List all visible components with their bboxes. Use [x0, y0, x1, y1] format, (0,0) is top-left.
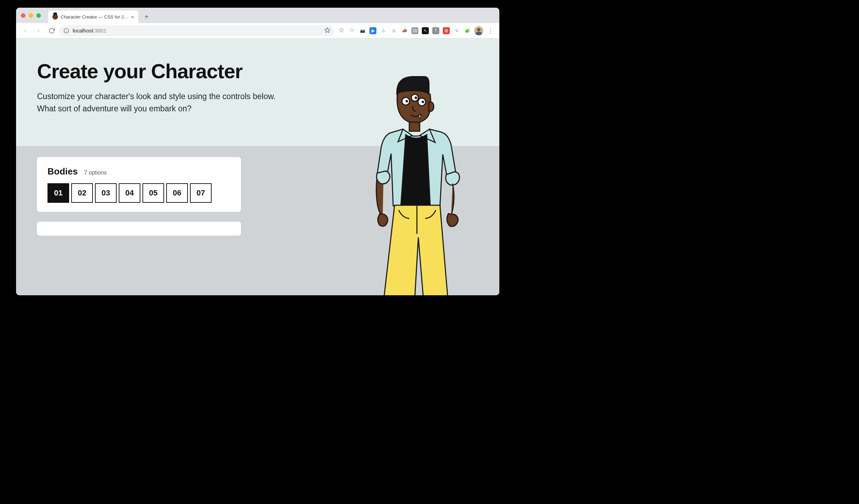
controls-section: Bodies 7 options 01020304050607: [16, 146, 499, 295]
video-icon[interactable]: ▶: [369, 27, 376, 34]
grid-icon[interactable]: ⊞: [443, 27, 450, 34]
browser-tab[interactable]: Character Creator — CSS for J… ×: [48, 10, 138, 23]
extension-icons: ⓘ🛡📷▶⚠◎📣1b↖T⊞∿🧩: [337, 27, 472, 34]
target-icon[interactable]: ◎: [390, 27, 397, 34]
bodies-card: Bodies 7 options 01020304050607: [37, 157, 241, 212]
body-option-07[interactable]: 07: [190, 183, 212, 203]
shield-icon[interactable]: 🛡: [348, 27, 355, 34]
browser-toolbar: localhost:3001 ⓘ🛡📷▶⚠◎📣1b↖T⊞∿🧩 ⋮: [16, 23, 499, 38]
browser-window: Character Creator — CSS for J… × + local…: [16, 8, 499, 295]
tab-strip: Character Creator — CSS for J… × +: [16, 8, 499, 23]
bookmark-icon[interactable]: [324, 27, 330, 34]
letter-icon[interactable]: T: [432, 27, 439, 34]
section-count: 7 options: [84, 170, 107, 176]
forward-button[interactable]: [33, 25, 44, 36]
option-row: 01020304050607: [47, 183, 230, 203]
section-title: Bodies: [47, 166, 78, 177]
tab-favicon: [52, 14, 58, 20]
new-tab-button[interactable]: +: [142, 12, 152, 22]
camera-icon[interactable]: 📷: [359, 27, 366, 34]
svg-point-4: [477, 28, 480, 31]
svg-rect-5: [476, 32, 482, 35]
megaphone-icon[interactable]: 📣: [401, 27, 408, 34]
minimize-window-button[interactable]: [29, 13, 33, 18]
page-viewport: Create your Character Customize your cha…: [16, 38, 499, 295]
traffic-lights: [21, 13, 41, 18]
svg-marker-3: [325, 28, 330, 32]
webpage: Create your Character Customize your cha…: [16, 38, 499, 295]
body-option-02[interactable]: 02: [71, 183, 93, 203]
page-title: Create your Character: [37, 59, 478, 83]
body-option-06[interactable]: 06: [166, 183, 188, 203]
tab-title: Character Creator — CSS for J…: [61, 14, 128, 20]
body-option-05[interactable]: 05: [142, 183, 164, 203]
info-icon[interactable]: ⓘ: [338, 27, 345, 34]
url-text: localhost:3001: [73, 28, 107, 34]
hero-section: Create your Character Customize your cha…: [16, 38, 499, 146]
body-option-03[interactable]: 03: [95, 183, 117, 203]
square-icon[interactable]: 1b: [411, 27, 418, 34]
tab-close-icon[interactable]: ×: [131, 14, 134, 20]
puzzle-icon[interactable]: 🧩: [464, 27, 471, 34]
browser-menu-icon[interactable]: ⋮: [485, 27, 496, 35]
close-window-button[interactable]: [21, 13, 25, 18]
page-subtitle: Customize your character's look and styl…: [37, 90, 288, 114]
site-info-icon[interactable]: [64, 28, 69, 34]
back-button[interactable]: [20, 25, 31, 36]
address-bar[interactable]: localhost:3001: [59, 25, 335, 36]
wave-icon[interactable]: ∿: [453, 27, 460, 34]
next-card-peek: [37, 222, 241, 236]
body-option-01[interactable]: 01: [47, 183, 69, 203]
reload-button[interactable]: [46, 25, 57, 36]
profile-avatar[interactable]: [474, 26, 483, 35]
body-option-04[interactable]: 04: [119, 183, 140, 203]
cursor-icon[interactable]: ↖: [422, 27, 429, 34]
maximize-window-button[interactable]: [36, 13, 41, 18]
warning-icon[interactable]: ⚠: [380, 27, 387, 34]
